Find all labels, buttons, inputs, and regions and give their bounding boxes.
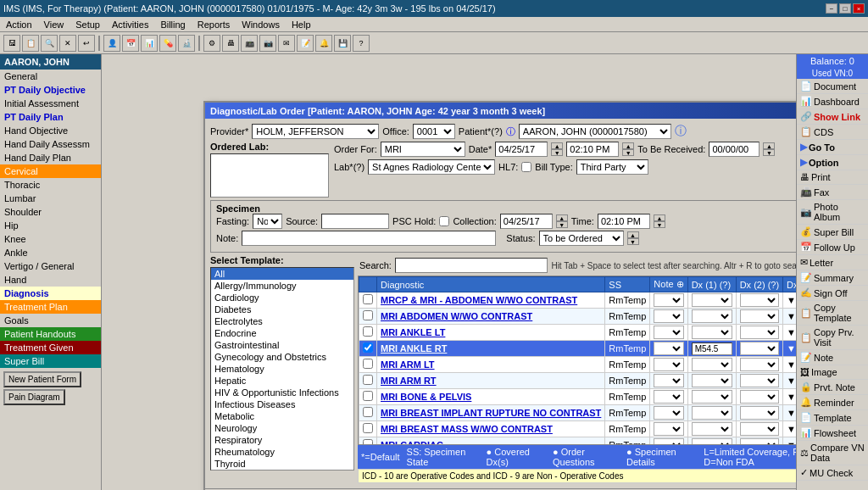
row-check-1[interactable] [363, 310, 373, 320]
lab-select[interactable]: St Agnes Radiology Center [368, 159, 495, 175]
toolbar-btn-5[interactable]: ↩ [78, 35, 95, 52]
toolbar-btn-6[interactable]: 👤 [103, 35, 120, 52]
note-select-0[interactable] [654, 293, 683, 307]
sidebar-hand-objective[interactable]: Hand Objective [0, 124, 101, 137]
time-spin-up[interactable]: ▲ [622, 142, 634, 149]
sidebar-treatment-given[interactable]: Treatment Given [0, 341, 101, 354]
new-patient-form-button[interactable]: New Patient Form [3, 371, 81, 387]
row-check-9[interactable] [363, 439, 373, 445]
right-nav-follow-up[interactable]: 📅Follow Up [797, 240, 868, 255]
toolbar-btn-13[interactable]: 📠 [241, 35, 258, 52]
sidebar-hip[interactable]: Hip [0, 219, 101, 232]
th-diagnostic[interactable]: Diagnostic [377, 277, 605, 292]
sidebar-pt-daily-objective[interactable]: PT Daily Objective [0, 83, 101, 97]
search-input[interactable] [395, 258, 548, 273]
diag-link-0[interactable]: MRCP & MRI - ABDOMEN W/WO CONTRAST [381, 295, 577, 305]
dx1-select-0[interactable] [692, 293, 732, 307]
toolbar-btn-16[interactable]: 📝 [297, 35, 314, 52]
psc-hold-checkbox[interactable] [439, 216, 449, 226]
dx2-select-3[interactable] [740, 342, 779, 355]
note-select-5[interactable] [654, 374, 683, 387]
dx1-select-9[interactable] [692, 438, 732, 445]
bill-type-select[interactable]: Third Party [576, 159, 648, 175]
right-nav-photo[interactable]: 📷Photo Album [797, 200, 868, 225]
right-nav-mu-check[interactable]: ✓MU Check [797, 465, 868, 481]
right-nav-document[interactable]: 📄Document [797, 79, 868, 94]
right-nav-dashboard[interactable]: 📊Dashboard [797, 94, 868, 109]
right-nav-reminder[interactable]: 🔔Reminder [797, 395, 868, 410]
template-item-metabolic[interactable]: Metabolic [211, 410, 353, 422]
template-item-allergy[interactable]: Allergy/Immunology [211, 280, 353, 292]
template-item-cardiology[interactable]: Cardiology [211, 292, 353, 303]
th-dx1[interactable]: Dx (1) (?) [687, 277, 736, 292]
th-ss[interactable]: SS [605, 277, 650, 292]
sidebar-goals[interactable]: Goals [0, 314, 101, 327]
toolbar-btn-19[interactable]: ? [353, 35, 370, 52]
received-spin-up[interactable]: ▲ [763, 142, 775, 149]
dx1-select-4[interactable] [692, 358, 732, 371]
date-spin-down[interactable]: ▼ [551, 149, 563, 156]
minimize-button[interactable]: − [826, 3, 837, 14]
pain-diagram-button[interactable]: Pain Diagram [3, 389, 65, 405]
sidebar-patient-handouts[interactable]: Patient Handouts [0, 327, 101, 341]
menu-billing[interactable]: Billing [158, 19, 187, 31]
coll-date-spin-down[interactable]: ▼ [556, 221, 568, 228]
template-item-hepatic[interactable]: Hepatic [211, 375, 353, 387]
right-nav-template[interactable]: 📄Template [797, 410, 868, 426]
diag-link-4[interactable]: MRI ARM LT [381, 359, 435, 370]
toolbar-btn-17[interactable]: 🔔 [315, 35, 332, 52]
toolbar-btn-4[interactable]: ✕ [59, 35, 76, 52]
note-select-6[interactable] [654, 390, 683, 404]
th-dx2[interactable]: Dx (2) (?) [736, 277, 782, 292]
hl7-checkbox[interactable] [521, 162, 531, 172]
dx2-select-0[interactable] [740, 293, 779, 307]
template-item-respiratory[interactable]: Respiratory [211, 434, 353, 446]
row-check-3[interactable] [363, 342, 373, 353]
toolbar-btn-7[interactable]: 📅 [122, 35, 139, 52]
menu-setup[interactable]: Setup [73, 19, 103, 31]
collection-date-input[interactable] [500, 214, 553, 229]
maximize-button[interactable]: □ [839, 3, 851, 14]
toolbar-btn-3[interactable]: 🔍 [41, 35, 58, 52]
note-select-1[interactable] [654, 309, 683, 323]
toolbar-btn-8[interactable]: 📊 [141, 35, 158, 52]
sidebar-treatment-plan[interactable]: Treatment Plan [0, 300, 101, 314]
to-be-received-input[interactable] [709, 142, 760, 157]
right-nav-compare[interactable]: ⚖Compare VN Data [797, 441, 868, 465]
template-item-all[interactable]: All [211, 268, 353, 280]
dx1-select-1[interactable] [692, 309, 732, 323]
right-nav-summary[interactable]: 📝Summary [797, 270, 868, 286]
sidebar-diagnosis[interactable]: Diagnosis [0, 287, 101, 300]
dx2-select-8[interactable] [740, 422, 779, 436]
row-check-6[interactable] [363, 391, 373, 401]
sidebar-lumbar[interactable]: Lumbar [0, 192, 101, 205]
menu-view[interactable]: View [42, 19, 67, 31]
time-spin-down[interactable]: ▼ [622, 149, 634, 156]
source-input[interactable] [321, 214, 389, 229]
row-check-5[interactable] [363, 375, 373, 385]
template-item-neurology[interactable]: Neurology [211, 422, 353, 434]
dx2-select-9[interactable] [740, 438, 779, 445]
toolbar-btn-12[interactable]: 🖶 [222, 35, 239, 52]
toolbar-btn-10[interactable]: 🔬 [178, 35, 195, 52]
note-select-7[interactable] [654, 406, 683, 420]
dx1-select-7[interactable] [692, 406, 732, 420]
template-item-hiv[interactable]: HIV & Opportunistic Infections [211, 387, 353, 398]
row-check-7[interactable] [363, 407, 373, 417]
sidebar-thoracic[interactable]: Thoracic [0, 178, 101, 192]
coll-time-spin-up[interactable]: ▲ [654, 214, 665, 221]
sidebar-vertigo[interactable]: Vertigo / General [0, 259, 101, 273]
toolbar-btn-11[interactable]: ⚙ [203, 35, 220, 52]
template-item-endocrine[interactable]: Endocrine [211, 327, 353, 339]
fasting-select[interactable]: No [253, 214, 282, 229]
sidebar-hand-daily-plan[interactable]: Hand Daily Plan [0, 151, 101, 164]
right-nav-show-link[interactable]: 🔗Show Link [797, 109, 868, 125]
menu-windows[interactable]: Windows [239, 19, 282, 31]
note-select-2[interactable] [654, 326, 683, 339]
toolbar-btn-18[interactable]: 💾 [334, 35, 351, 52]
menu-activities[interactable]: Activities [109, 19, 151, 31]
dx2-select-1[interactable] [740, 309, 779, 323]
menu-action[interactable]: Action [3, 19, 35, 31]
sidebar-general[interactable]: General [0, 70, 101, 83]
right-nav-fax[interactable]: 📠Fax [797, 185, 868, 200]
